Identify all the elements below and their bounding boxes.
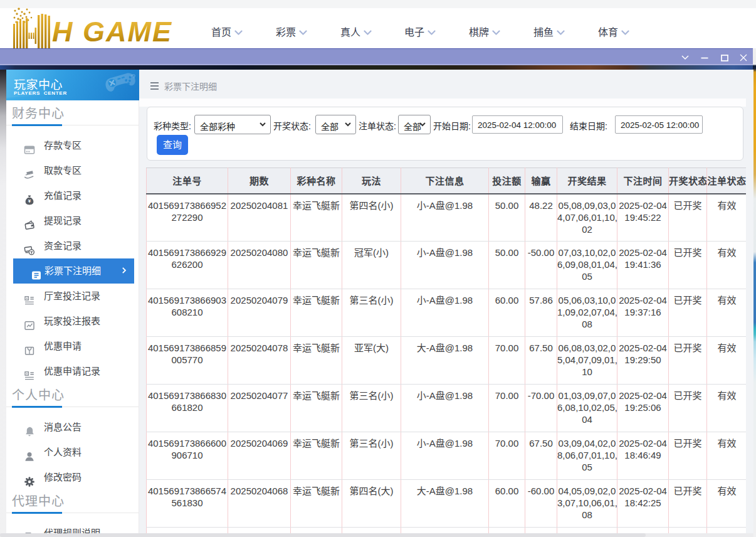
svg-text:¥: ¥: [28, 198, 31, 204]
